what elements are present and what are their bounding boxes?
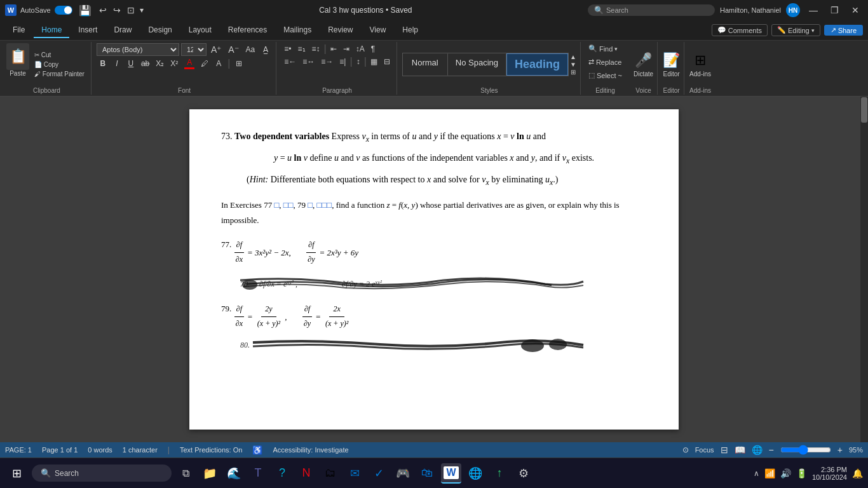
undo-icon[interactable]: ↩: [98, 5, 108, 15]
view-reader-icon[interactable]: 📖: [735, 445, 745, 455]
superscript-button[interactable]: X²: [168, 58, 180, 69]
scrollbar-thumb[interactable]: [861, 97, 867, 123]
title-search-box[interactable]: 🔍 Search: [588, 4, 715, 16]
document-page[interactable]: 73. Two dependent variables Express vx i…: [189, 109, 679, 430]
borders-button[interactable]: ⊞: [233, 58, 245, 69]
redo-icon[interactable]: ↪: [112, 5, 122, 15]
font-color-button[interactable]: A: [182, 57, 197, 70]
view-normal-icon[interactable]: ⊟: [721, 445, 728, 455]
share-button[interactable]: ↗ Share: [824, 25, 863, 36]
customize-icon[interactable]: ⊡: [126, 5, 136, 15]
tab-review[interactable]: Review: [320, 23, 360, 38]
network-icon[interactable]: 📶: [764, 468, 775, 478]
ex-77-link[interactable]: □: [274, 200, 279, 210]
netflix-button[interactable]: N: [296, 463, 316, 484]
tab-home[interactable]: Home: [34, 23, 69, 38]
numbering-button[interactable]: ≡₁: [295, 43, 308, 55]
justify-button[interactable]: ≡|: [337, 56, 348, 67]
increase-indent-button[interactable]: ⇥: [341, 43, 352, 55]
zoom-slider[interactable]: [780, 445, 831, 455]
teams-button[interactable]: T: [248, 463, 268, 484]
align-right-button[interactable]: ≡→: [318, 56, 336, 67]
taskbar-search[interactable]: 🔍 Search: [32, 464, 172, 482]
outlook-button[interactable]: ✉: [344, 463, 365, 484]
underline-button[interactable]: U: [125, 58, 137, 69]
shading-para-button[interactable]: ▦: [368, 56, 380, 67]
strikethrough-button[interactable]: ab: [139, 58, 152, 69]
dictate-button[interactable]: 🎤: [635, 52, 652, 69]
tab-layout[interactable]: Layout: [181, 23, 219, 38]
minimize-button[interactable]: —: [805, 5, 822, 15]
multilevel-button[interactable]: ≡↕: [309, 43, 323, 55]
styles-scroll-up[interactable]: ▲: [570, 53, 576, 60]
tab-design[interactable]: Design: [140, 23, 179, 38]
bold-button[interactable]: B: [97, 58, 109, 69]
sort-button[interactable]: ↕A: [353, 43, 367, 55]
battery-icon[interactable]: 🔋: [796, 468, 807, 478]
edge-button[interactable]: 🌊: [224, 463, 244, 484]
comments-button[interactable]: 💬 Comments: [712, 24, 768, 36]
ex-80-link[interactable]: □□□: [317, 200, 332, 210]
notification-icon[interactable]: 🔔: [852, 468, 863, 478]
focus-icon[interactable]: ⊙: [682, 445, 689, 454]
decrease-indent-button[interactable]: ⇤: [328, 43, 339, 55]
font-size-select[interactable]: 12: [181, 43, 207, 56]
focus-label[interactable]: Focus: [695, 446, 714, 454]
editing-button[interactable]: ✏️ Editing ▾: [771, 24, 820, 36]
tray-expand-button[interactable]: ∧: [754, 469, 759, 478]
paste-button[interactable]: 📋 Paste: [6, 43, 29, 86]
font-name-select[interactable]: Aptos (Body): [97, 43, 179, 56]
styles-scroll-down[interactable]: ▼: [570, 61, 576, 68]
addins-button[interactable]: ⊞: [695, 52, 706, 69]
save-icon[interactable]: 💾: [76, 4, 94, 17]
shading-button[interactable]: A: [212, 58, 225, 69]
help-browser-button[interactable]: ?: [272, 463, 292, 484]
copy-button[interactable]: 📄 Copy: [32, 60, 87, 69]
editor-button[interactable]: 📝: [663, 52, 680, 69]
increase-font-button[interactable]: A⁺: [208, 44, 224, 55]
store-button[interactable]: 🛍: [417, 463, 437, 484]
change-case-button[interactable]: Aa: [243, 44, 258, 55]
subscript-button[interactable]: X₂: [153, 58, 166, 69]
zoom-in-icon[interactable]: +: [837, 445, 843, 455]
select-button[interactable]: ⬚ Select ~: [586, 70, 625, 81]
highlight-button[interactable]: 🖊: [198, 58, 211, 69]
style-heading[interactable]: Heading: [506, 53, 568, 76]
decrease-font-button[interactable]: A⁻: [226, 44, 241, 55]
ex-79-link[interactable]: □: [308, 200, 313, 210]
cut-button[interactable]: ✂ Cut: [32, 51, 87, 59]
vertical-scrollbar[interactable]: [860, 97, 868, 442]
find-button[interactable]: 🔍 Find ▾: [586, 43, 620, 54]
format-painter-button[interactable]: 🖌 Format Painter: [32, 70, 87, 78]
taskview-button[interactable]: ⧉: [175, 463, 196, 484]
tab-mailings[interactable]: Mailings: [276, 23, 319, 38]
files-button[interactable]: 🗂: [320, 463, 341, 484]
clear-format-button[interactable]: A̲: [259, 44, 272, 55]
styles-expand[interactable]: ⊞: [570, 69, 576, 76]
zoom-out-icon[interactable]: −: [769, 445, 774, 455]
bullets-button[interactable]: ≡•: [281, 43, 294, 55]
tab-file[interactable]: File: [5, 23, 32, 38]
todo-button[interactable]: ✓: [369, 463, 389, 484]
align-left-button[interactable]: ≡←: [281, 56, 299, 67]
close-button[interactable]: ✕: [848, 5, 863, 15]
borders-para-button[interactable]: ⊟: [381, 56, 393, 67]
settings-taskbar-button[interactable]: ⚙: [513, 463, 534, 484]
replace-button[interactable]: ⇄ Replace: [586, 57, 624, 67]
style-nospacing[interactable]: No Spacing: [447, 53, 506, 76]
show-marks-button[interactable]: ¶: [369, 43, 377, 55]
tab-insert[interactable]: Insert: [71, 23, 105, 38]
upload-button[interactable]: ↑: [489, 463, 510, 484]
style-normal[interactable]: Normal: [403, 53, 447, 76]
tab-draw[interactable]: Draw: [106, 23, 139, 38]
ex-78-link[interactable]: □□: [283, 200, 294, 210]
file-explorer-button[interactable]: 📁: [200, 463, 220, 484]
gaming-button[interactable]: 🎮: [393, 463, 413, 484]
tab-references[interactable]: References: [220, 23, 275, 38]
align-center-button[interactable]: ≡↔: [300, 56, 317, 67]
msedge-taskbar-button[interactable]: 🌐: [465, 463, 485, 484]
tab-view[interactable]: View: [362, 23, 394, 38]
italic-button[interactable]: I: [111, 58, 123, 69]
word-taskbar-button[interactable]: W: [441, 463, 461, 484]
view-web-icon[interactable]: 🌐: [752, 445, 763, 455]
